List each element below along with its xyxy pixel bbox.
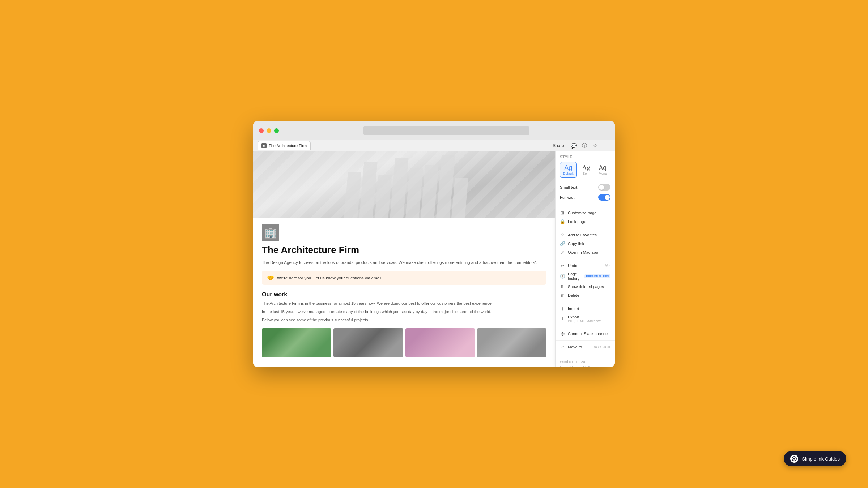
customize-page-item[interactable]: ⊞ Customize page xyxy=(556,209,615,217)
favorite-button[interactable]: ☆ xyxy=(591,141,600,150)
page-icon: 🏢 xyxy=(262,224,279,241)
project-image-2 xyxy=(333,328,403,357)
hero-decorative-lines xyxy=(344,151,465,218)
copy-link-icon: 🔗 xyxy=(560,241,565,246)
share-button[interactable]: Share xyxy=(550,142,567,149)
copy-link-item[interactable]: 🔗 Copy link xyxy=(556,239,615,248)
project-image-3 xyxy=(405,328,475,357)
tab-bar: ■ The Architecture Firm Share 💬 ⓘ ☆ ··· xyxy=(253,140,615,151)
show-deleted-item[interactable]: 🗑 Show deleted pages xyxy=(556,282,615,291)
panel-footer: Word count: 180 Last edited by Ch David … xyxy=(556,356,615,367)
move-to-icon: ↗ xyxy=(560,344,565,350)
divider-4 xyxy=(556,302,615,302)
section-text-3: Below you can see some of the previous s… xyxy=(262,317,546,324)
callout-icon: 🤝 xyxy=(267,274,274,281)
style-default-ag: Ag xyxy=(564,164,572,171)
undo-item[interactable]: ↩ Undo ⌘Z xyxy=(556,261,615,270)
close-button[interactable] xyxy=(259,128,264,133)
page-history-badge: PERSONAL PRO xyxy=(584,274,610,278)
style-mono-ag: Ag xyxy=(599,164,607,171)
browser-window: ■ The Architecture Firm Share 💬 ⓘ ☆ ··· xyxy=(253,121,615,367)
customize-page-label: Customize page xyxy=(568,211,610,215)
style-serif-ag: Ag xyxy=(582,164,590,171)
word-count: Word count: 180 xyxy=(560,359,610,364)
style-default[interactable]: Ag Default xyxy=(560,162,577,178)
svg-rect-3 xyxy=(563,333,565,334)
tab-favicon: ■ xyxy=(261,143,267,148)
import-icon: ⤵ xyxy=(560,306,565,311)
svg-rect-1 xyxy=(562,332,563,333)
small-text-label: Small text xyxy=(560,185,577,189)
export-sublabel: PDF, HTML, Markdown xyxy=(568,319,610,323)
maximize-button[interactable] xyxy=(274,128,279,133)
copy-link-label: Copy link xyxy=(568,241,610,246)
export-main: Export xyxy=(568,315,610,319)
comment-button[interactable]: 💬 xyxy=(569,141,578,150)
style-mono-label: Mono xyxy=(599,172,607,175)
image-grid xyxy=(262,328,546,357)
content-area: 🏢 The Architecture Firm The Design Agenc… xyxy=(253,151,615,367)
customize-page-icon: ⊞ xyxy=(560,210,565,215)
divider-3 xyxy=(556,259,615,259)
simpleink-badge[interactable]: Simple.ink Guides xyxy=(784,451,846,466)
lock-page-icon: 🔒 xyxy=(560,219,565,224)
import-item[interactable]: ⤵ Import xyxy=(556,304,615,313)
style-mono[interactable]: Ag Mono xyxy=(596,162,610,178)
style-default-label: Default xyxy=(563,172,574,175)
export-item[interactable]: ⤴ Export PDF, HTML, Markdown xyxy=(556,313,615,325)
page-history-item[interactable]: 🕐 Page history PERSONAL PRO xyxy=(556,270,615,282)
svg-rect-4 xyxy=(562,335,563,336)
style-serif[interactable]: Ag Serif xyxy=(579,162,593,178)
info-button[interactable]: ⓘ xyxy=(580,141,589,150)
url-bar[interactable] xyxy=(363,126,529,135)
open-mac-item[interactable]: ⤤ Open in Mac app xyxy=(556,248,615,257)
hero-image xyxy=(253,151,555,218)
small-text-toggle-thumb xyxy=(599,185,604,190)
more-button[interactable]: ··· xyxy=(602,141,610,150)
connect-slack-item[interactable]: Connect Slack channel xyxy=(556,329,615,338)
open-mac-icon: ⤤ xyxy=(560,250,565,255)
style-options: Ag Default Ag Serif Ag Mono xyxy=(560,162,610,178)
traffic-lights xyxy=(259,128,279,133)
add-favorites-item[interactable]: ☆ Add to Favorites xyxy=(556,231,615,239)
style-section-label: STYLE xyxy=(560,155,610,159)
undo-label: Undo xyxy=(568,264,602,268)
full-width-toggle[interactable] xyxy=(598,194,610,201)
active-tab[interactable]: ■ The Architecture Firm xyxy=(258,141,311,150)
move-to-item[interactable]: ↗ Move to ⌘+Shift+P xyxy=(556,343,615,351)
simpleink-badge-text: Simple.ink Guides xyxy=(802,456,840,462)
move-to-label: Move to xyxy=(568,345,591,349)
divider-6 xyxy=(556,340,615,341)
page-body: 🏢 The Architecture Firm The Design Agenc… xyxy=(253,218,555,366)
page-title: The Architecture Firm xyxy=(262,244,546,256)
last-edited: Last edited by Ch David xyxy=(560,364,610,367)
show-deleted-icon: 🗑 xyxy=(560,284,565,289)
svg-rect-2 xyxy=(562,333,563,334)
undo-shortcut: ⌘Z xyxy=(605,264,610,268)
project-image-4 xyxy=(477,328,546,357)
page-history-icon: 🕐 xyxy=(560,274,565,279)
small-text-toggle-row: Small text xyxy=(560,182,610,192)
project-image-1 xyxy=(262,328,331,357)
divider-7 xyxy=(556,354,615,354)
section-text-1: The Architecture Firm is in the business… xyxy=(262,300,546,307)
hero-image-inner xyxy=(253,151,555,218)
undo-icon: ↩ xyxy=(560,263,565,268)
open-mac-label: Open in Mac app xyxy=(568,250,610,254)
delete-item[interactable]: 🗑 Delete xyxy=(556,291,615,300)
add-favorites-label: Add to Favorites xyxy=(568,233,610,237)
small-text-toggle[interactable] xyxy=(598,184,610,191)
svg-rect-0 xyxy=(561,333,562,334)
divider-5 xyxy=(556,327,615,327)
export-label: Export PDF, HTML, Markdown xyxy=(568,315,610,323)
lock-page-item[interactable]: 🔒 Lock page xyxy=(556,217,615,226)
section-title: Our work xyxy=(262,291,546,298)
page-history-label: Page history xyxy=(568,272,582,281)
show-deleted-label: Show deleted pages xyxy=(568,284,610,289)
minimize-button[interactable] xyxy=(267,128,271,133)
delete-icon: 🗑 xyxy=(560,293,565,298)
style-section: STYLE Ag Default Ag Serif Ag Mono xyxy=(556,151,615,204)
style-serif-label: Serif xyxy=(583,172,590,175)
full-width-label: Full width xyxy=(560,195,576,200)
delete-label: Delete xyxy=(568,293,610,297)
